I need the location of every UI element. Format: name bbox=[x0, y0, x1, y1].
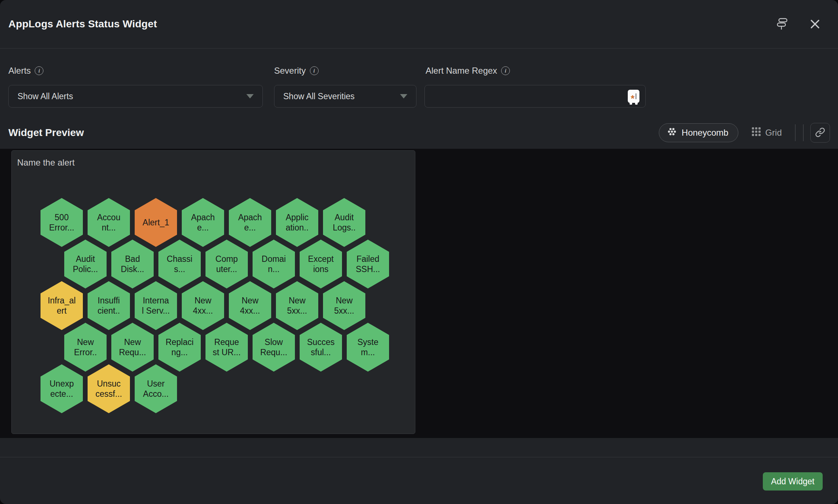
preview-header: Widget Preview Honeycomb Grid bbox=[0, 119, 838, 147]
hex-alert[interactable]: Unsuccessf... bbox=[88, 364, 130, 413]
hex-alert[interactable]: BadDisk... bbox=[111, 240, 154, 288]
alerts-info-icon[interactable]: i bbox=[35, 66, 43, 75]
hex-alert[interactable]: New4xx... bbox=[229, 281, 271, 330]
hex-alert[interactable]: Insufficient.. bbox=[88, 281, 130, 330]
severity-dropdown[interactable]: Show All Severities bbox=[274, 85, 416, 108]
regex-info-icon[interactable]: i bbox=[501, 66, 510, 75]
hex-alert-label: 5xx... bbox=[287, 306, 307, 316]
alert-name-regex-input[interactable] bbox=[425, 85, 628, 107]
hex-alert-label: Failed bbox=[357, 254, 380, 264]
grid-toggle-label: Grid bbox=[765, 128, 782, 138]
hex-alert-label: st UR... bbox=[213, 347, 241, 357]
hex-alert[interactable]: New5xx... bbox=[323, 281, 365, 330]
regex-helper-icon[interactable]: * bbox=[628, 90, 639, 103]
hex-alert-label: Succes bbox=[307, 337, 334, 347]
hex-alert[interactable]: Unexpecte... bbox=[41, 364, 83, 413]
hex-alert-label: SSH... bbox=[356, 264, 380, 274]
hex-alert-label: Except bbox=[308, 254, 334, 264]
hex-alert-label: Replaci bbox=[166, 337, 194, 347]
hex-alert-label: Chassi bbox=[167, 254, 192, 264]
hex-alert[interactable]: AuditLogs.. bbox=[323, 198, 365, 247]
hex-alert[interactable]: FailedSSH... bbox=[347, 240, 389, 288]
hex-alert[interactable]: Infra_alert bbox=[41, 281, 83, 330]
honeycomb-icon bbox=[666, 127, 677, 139]
alerts-dropdown-value: Show All Alerts bbox=[18, 92, 73, 101]
hex-alert-label: 4xx... bbox=[193, 306, 213, 316]
hex-alert-label: Acco... bbox=[143, 389, 169, 399]
hex-alert-label: Interna bbox=[143, 295, 169, 306]
hex-alert-label: 4xx... bbox=[240, 306, 260, 316]
regex-label: Alert Name Regex i bbox=[426, 66, 510, 76]
honeycomb-view-toggle[interactable]: Honeycomb bbox=[659, 123, 738, 142]
hex-alert-label: cient.. bbox=[97, 306, 120, 316]
hex-alert-label: Comp bbox=[215, 254, 238, 264]
regex-field-wrap: * bbox=[424, 85, 646, 108]
hex-alert[interactable]: 500Error... bbox=[41, 198, 83, 247]
hex-alert[interactable]: Internal Serv... bbox=[135, 281, 177, 330]
hex-alert-label: cessf... bbox=[96, 389, 122, 399]
footer-divider bbox=[0, 457, 838, 457]
modal-title: AppLogs Alerts Status Widget bbox=[8, 18, 157, 30]
hex-alert[interactable]: Apache... bbox=[229, 198, 271, 247]
link-icon bbox=[815, 127, 825, 139]
hex-alert[interactable]: Account... bbox=[88, 198, 130, 247]
hex-alert[interactable]: Computer... bbox=[205, 240, 248, 288]
hex-alert-label: ng... bbox=[172, 347, 188, 357]
hex-alert[interactable]: Apache... bbox=[182, 198, 224, 247]
hex-alert[interactable]: Exceptions bbox=[300, 240, 342, 288]
hex-alert-label: Syste bbox=[357, 337, 378, 347]
hex-alert[interactable]: UserAcco... bbox=[135, 364, 177, 413]
hex-alert[interactable]: Alert_1 bbox=[135, 198, 177, 247]
hex-alert[interactable]: NewError.. bbox=[64, 323, 107, 372]
hex-alert-label: Requ... bbox=[260, 347, 287, 357]
hex-alert-label: Unsuc bbox=[97, 379, 120, 389]
signpost-widget-icon-button[interactable] bbox=[773, 15, 791, 34]
grid-view-toggle[interactable]: Grid bbox=[749, 127, 784, 139]
hex-alert[interactable]: Chassis... bbox=[158, 240, 201, 288]
applogs-alerts-status-widget-modal: AppLogs Alerts Status Widget Alerts bbox=[0, 0, 838, 504]
hex-alert[interactable]: Successful... bbox=[300, 323, 342, 372]
hex-alert[interactable]: AuditPolic... bbox=[64, 240, 107, 288]
hex-alert-label: New bbox=[124, 337, 141, 347]
hex-alert-label: User bbox=[147, 379, 165, 389]
hex-alert[interactable]: SlowRequ... bbox=[253, 323, 295, 372]
alerts-dropdown[interactable]: Show All Alerts bbox=[8, 85, 263, 108]
severity-dropdown-value: Show All Severities bbox=[283, 92, 355, 101]
hex-alert[interactable]: Replacing... bbox=[158, 323, 201, 372]
widget-preview-panel: Name the alert 500Error...Account...Aler… bbox=[11, 150, 415, 434]
hex-alert-label: Logs.. bbox=[333, 222, 356, 233]
preview-title: Widget Preview bbox=[8, 127, 84, 139]
hex-alert-label: New bbox=[242, 295, 258, 306]
hex-alert-label: Audit bbox=[76, 254, 95, 264]
severity-label: Severity i bbox=[274, 66, 319, 76]
hex-alert-label: Audit bbox=[335, 212, 354, 222]
toolbar-divider bbox=[803, 124, 804, 141]
hex-alert-label: Alert_1 bbox=[143, 217, 169, 228]
filters-section: Alerts i Severity i Alert Name Regex i S… bbox=[0, 62, 838, 120]
close-button[interactable] bbox=[807, 16, 823, 32]
hex-alert[interactable]: Domain... bbox=[253, 240, 295, 288]
copy-link-button[interactable] bbox=[810, 123, 830, 143]
hex-alert[interactable]: System... bbox=[347, 323, 389, 372]
hex-alert[interactable]: New5xx... bbox=[276, 281, 318, 330]
hex-alert[interactable]: NewRequ... bbox=[111, 323, 154, 372]
severity-info-icon[interactable]: i bbox=[310, 66, 319, 75]
hex-alert-label: ions bbox=[313, 264, 328, 274]
hex-alert-label: Reque bbox=[214, 337, 239, 347]
hex-alert-label: s... bbox=[174, 264, 185, 274]
chevron-down-icon bbox=[400, 94, 407, 98]
hex-alert[interactable]: Application.. bbox=[276, 198, 318, 247]
hex-alert[interactable]: Request UR... bbox=[205, 323, 248, 372]
close-icon bbox=[810, 19, 820, 30]
hex-alert[interactable]: New4xx... bbox=[182, 281, 224, 330]
hex-alert-label: Error.. bbox=[74, 347, 97, 357]
regex-label-text: Alert Name Regex bbox=[426, 66, 497, 76]
hex-alert-label: uter... bbox=[216, 264, 237, 274]
hex-alert-label: Disk... bbox=[121, 264, 144, 274]
hex-alert-label: m... bbox=[361, 347, 375, 357]
hex-alert-label: Polic... bbox=[73, 264, 98, 274]
hex-alert-label: ation.. bbox=[286, 222, 309, 233]
hex-alert-label: Unexp bbox=[50, 379, 74, 389]
add-widget-button[interactable]: Add Widget bbox=[763, 472, 823, 491]
severity-label-text: Severity bbox=[274, 66, 306, 76]
